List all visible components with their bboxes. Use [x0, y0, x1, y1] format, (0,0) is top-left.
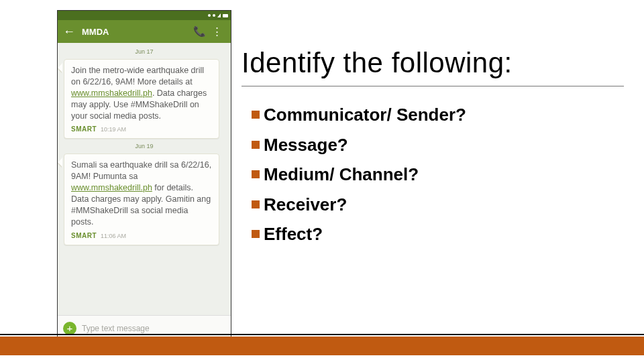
bullet-icon — [252, 230, 260, 238]
footer-bar — [0, 337, 644, 355]
message-time: 10:19 AM — [101, 126, 126, 133]
phone-screenshot: ← MMDA 📞 ⋮ Jun 17 Join the metro-wide ea… — [57, 10, 231, 341]
list-item: Communicator/ Sender? — [252, 104, 627, 126]
slide-title: Identify the following: — [241, 47, 624, 79]
bullet-text: Communicator/ Sender? — [264, 104, 466, 126]
bullet-icon — [252, 200, 260, 208]
slide-title-block: Identify the following: — [241, 47, 624, 79]
message-sender: SMART — [71, 232, 97, 239]
bullet-icon — [252, 141, 260, 149]
conversation-title: MMDA — [82, 27, 191, 37]
bullet-list: Communicator/ Sender? Message? Medium/ C… — [252, 104, 627, 253]
list-item: Medium/ Channel? — [252, 164, 627, 186]
call-icon[interactable]: 📞 — [191, 25, 208, 38]
list-item: Message? — [252, 134, 627, 156]
status-bar — [58, 11, 231, 20]
overflow-icon[interactable]: ⋮ — [208, 25, 225, 38]
slide: ← MMDA 📞 ⋮ Jun 17 Join the metro-wide ea… — [0, 0, 644, 362]
message-text: Sumali sa earthquake drill sa 6/22/16, 9… — [71, 160, 212, 227]
date-separator: Jun 19 — [62, 143, 227, 149]
footer-divider — [0, 334, 644, 335]
list-item: Effect? — [252, 223, 627, 245]
bullet-text: Message? — [264, 134, 348, 156]
message-time: 11:06 AM — [101, 233, 126, 239]
message-bubble: Sumali sa earthquake drill sa 6/22/16, 9… — [62, 154, 227, 245]
bullet-text: Receiver? — [264, 194, 347, 216]
bullet-text: Effect? — [264, 223, 323, 245]
conversation-area: Jun 17 Join the metro-wide earthquake dr… — [58, 43, 231, 316]
bullet-text: Medium/ Channel? — [264, 164, 419, 186]
message-sender: SMART — [71, 125, 97, 133]
message-link[interactable]: www.mmshakedrill.ph — [71, 183, 152, 192]
add-attachment-icon[interactable]: + — [63, 322, 76, 335]
message-bubble: Join the metro-wide earthquake drill on … — [62, 59, 227, 139]
title-underline — [241, 86, 624, 86]
bullet-icon — [252, 111, 260, 119]
bullet-icon — [252, 170, 260, 178]
message-link[interactable]: www.mmshakedrill.ph — [71, 88, 152, 98]
back-icon[interactable]: ← — [63, 25, 75, 39]
composer-input[interactable]: Type text message — [82, 324, 150, 333]
app-bar: ← MMDA 📞 ⋮ — [58, 20, 231, 43]
message-text: Join the metro-wide earthquake drill on … — [71, 65, 212, 121]
date-separator: Jun 17 — [62, 48, 227, 55]
list-item: Receiver? — [252, 194, 627, 216]
